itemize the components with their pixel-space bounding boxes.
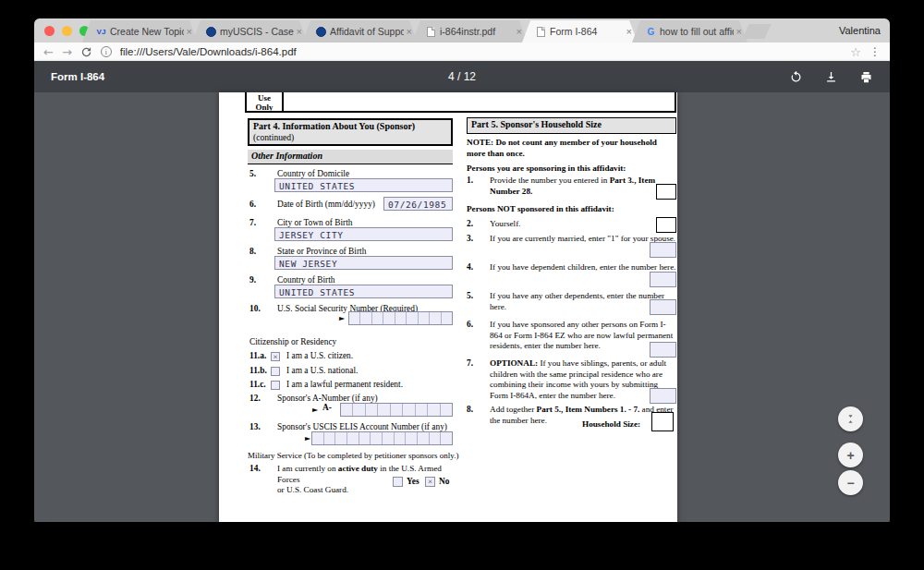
field-label: Sponsor's A-Number (if any) — [277, 394, 378, 403]
item-number: 12. — [249, 394, 261, 403]
tab-title: myUSCIS - Case Status — [220, 26, 294, 37]
field-label: State or Province of Birth — [277, 247, 366, 256]
zoom-in-icon: + — [846, 448, 854, 463]
yes-label: Yes — [407, 477, 419, 486]
dependents-number-field[interactable] — [650, 299, 676, 315]
chrome-menu-icon[interactable]: ⋮ — [869, 45, 881, 58]
tab-myuscis[interactable]: myUSCIS - Case Status × — [192, 20, 308, 42]
citizenship-section-label: Citizenship or Residency — [249, 337, 336, 346]
item-number: 9. — [249, 275, 256, 285]
item-number: 3. — [467, 234, 473, 243]
city-of-birth-field[interactable]: JERSEY CITY — [274, 227, 453, 241]
tab-close-icon[interactable]: × — [517, 27, 522, 37]
tab-form-i864-active[interactable]: Form I-864 × — [522, 20, 638, 42]
children-number-field[interactable] — [650, 272, 676, 287]
tab-visajourney[interactable]: VJ Create New Topic - VisaJo × — [82, 20, 198, 42]
item-number: 7. — [249, 218, 256, 227]
close-window-button[interactable] — [44, 26, 55, 36]
item-number: 11.b. — [249, 366, 267, 375]
gov-use-box: Use Only — [245, 92, 284, 113]
item-number: 7. — [467, 358, 473, 368]
tab-title: Create New Topic - VisaJo — [110, 26, 184, 37]
part4-title: Part 4. Information About You (Sponsor) — [253, 121, 447, 132]
us-citizen-checkbox[interactable]: × — [271, 352, 280, 361]
item-number: 6. — [249, 200, 256, 209]
item-number: 10. — [249, 304, 261, 313]
item-text: If you have sponsored any other persons … — [490, 320, 676, 352]
part5-title: Part 5. Sponsor's Household Size — [471, 119, 672, 130]
profile-name[interactable]: Valentina — [839, 25, 881, 36]
permanent-resident-checkbox[interactable] — [271, 381, 280, 390]
tab-close-icon[interactable]: × — [736, 27, 742, 37]
forward-icon[interactable]: → — [62, 46, 72, 58]
browser-window: VJ Create New Topic - VisaJo × myUSCIS -… — [34, 18, 890, 522]
household-size-box[interactable] — [651, 412, 674, 431]
pdf-toolbar: Form I-864 4 / 12 — [34, 61, 890, 92]
tab-google-search[interactable]: G how to fill out affidavit of s × — [632, 20, 748, 42]
no-label: No — [439, 477, 449, 486]
gov-use-wide-box — [284, 92, 676, 113]
zoom-out-button[interactable]: − — [838, 470, 863, 495]
field-label: Country of Domicile — [277, 169, 349, 178]
tab-title: Form I-864 — [550, 26, 624, 37]
item-number: 8. — [249, 247, 256, 256]
a-number-comb-field[interactable] — [340, 403, 453, 417]
state-of-birth-field[interactable]: NEW JERSEY — [274, 256, 453, 270]
spouse-number-field[interactable] — [650, 242, 676, 258]
field-label: City or Town of Birth — [277, 218, 352, 227]
country-of-domicile-field[interactable]: UNITED STATES — [274, 178, 453, 192]
print-icon[interactable] — [858, 69, 873, 84]
i864a-number-field[interactable] — [650, 388, 676, 404]
sponsoring-section-label: Persons you are sponsoring in this affid… — [467, 164, 676, 175]
tab-close-icon[interactable]: × — [297, 27, 302, 37]
tab-title: how to fill out affidavit of s — [660, 26, 734, 37]
page-indicator: 4 / 12 — [34, 70, 890, 83]
pdf-page: Use Only Part 4. Information About You (… — [219, 92, 677, 522]
part5-note: NOTE: Do not count any member of your ho… — [467, 138, 676, 159]
tab-close-icon[interactable]: × — [626, 27, 632, 37]
field-label: I am a U.S. national. — [286, 366, 358, 375]
us-national-checkbox[interactable] — [271, 367, 280, 376]
fit-to-page-button[interactable] — [838, 406, 863, 431]
field-label: Sponsor's USCIS ELIS Account Number (if … — [277, 422, 447, 431]
household-size-label: Household Size: — [582, 419, 640, 431]
ssn-comb-field[interactable] — [348, 311, 453, 325]
rotate-icon[interactable] — [788, 69, 803, 84]
minimize-window-button[interactable] — [62, 26, 72, 36]
sponsored-number-box[interactable] — [656, 184, 676, 200]
page-info-icon[interactable]: i — [101, 46, 112, 57]
back-icon[interactable]: ← — [43, 46, 54, 58]
item-number: 11.a. — [249, 351, 266, 360]
active-duty-yes-checkbox[interactable] — [393, 477, 403, 487]
tab-affidavit[interactable]: Affidavit of Support Under × — [302, 20, 418, 42]
active-duty-no-checkbox[interactable]: × — [425, 477, 435, 487]
date-of-birth-field[interactable]: 07/26/1985 — [383, 197, 453, 211]
sponsored-others-number-field[interactable] — [650, 342, 676, 358]
download-icon[interactable] — [823, 69, 838, 84]
field-label: Date of Birth (mm/dd/yyyy) — [277, 200, 375, 209]
url-text[interactable]: file:///Users/Vale/Downloads/i-864.pdf — [120, 46, 843, 57]
yourself-number-box[interactable] — [656, 217, 676, 233]
part4-subtitle: (continued) — [253, 132, 447, 143]
new-tab-button[interactable] — [742, 24, 771, 39]
item-number: 14. — [249, 464, 261, 473]
tab-title: i-864instr.pdf — [440, 26, 514, 37]
field-label: I am a U.S. citizen. — [286, 351, 353, 360]
tab-close-icon[interactable]: × — [407, 27, 412, 37]
zoom-out-icon: − — [846, 476, 854, 491]
google-favicon: G — [645, 26, 657, 38]
tab-i864instr[interactable]: i-864instr.pdf × — [412, 20, 528, 42]
tab-close-icon[interactable]: × — [187, 27, 192, 37]
tab-title: Affidavit of Support Under — [330, 26, 404, 37]
item-text: Provide the number you entered in Part 3… — [490, 176, 676, 197]
item-number: 8. — [467, 405, 473, 414]
country-of-birth-field[interactable]: UNITED STATES — [274, 285, 453, 298]
bookmark-star-icon[interactable]: ☆ — [850, 45, 861, 59]
address-bar: ← → i file:///Users/Vale/Downloads/i-864… — [34, 42, 890, 61]
zoom-in-button[interactable]: + — [838, 443, 863, 467]
item-number: 1. — [467, 176, 473, 185]
reload-icon[interactable] — [80, 46, 92, 58]
part4-header: Part 4. Information About You (Sponsor) … — [248, 118, 453, 146]
elis-account-comb-field[interactable] — [311, 431, 453, 445]
pdf-viewer-area: Use Only Part 4. Information About You (… — [34, 92, 890, 522]
